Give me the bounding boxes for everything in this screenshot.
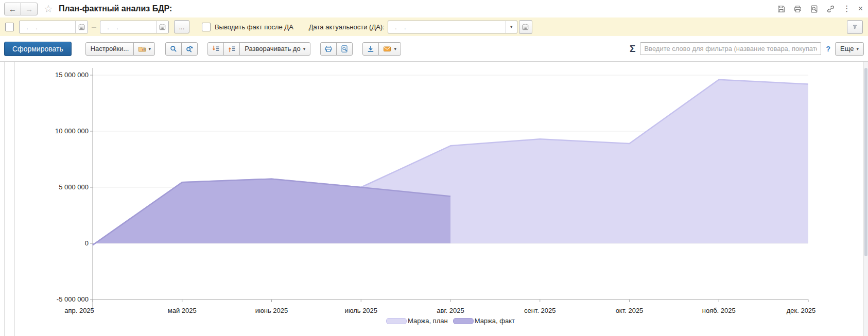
x-axis-label: июнь 2025 [255, 307, 288, 314]
date-from-field [19, 21, 88, 33]
page-title: План-фактный анализ БДР: [59, 4, 172, 13]
x-axis-label: апр. 2025 [64, 307, 94, 314]
close-icon[interactable]: × [858, 5, 863, 13]
help-button[interactable]: ? [826, 45, 830, 53]
cancel-search-button[interactable] [181, 42, 198, 56]
get-link-icon[interactable] [826, 4, 836, 13]
favorite-star-icon[interactable]: ☆ [44, 4, 53, 14]
legend-swatch-fact [453, 318, 474, 324]
scrollbar-thumb[interactable] [864, 68, 867, 256]
filter-bar: – ... Выводить факт после ДА Дата актуал… [0, 17, 868, 36]
vertical-scrollbar[interactable] [863, 62, 868, 336]
window-header: ← → ☆ План-фактный анализ БДР: ⋮ × [0, 0, 868, 17]
back-button[interactable]: ← [4, 3, 21, 15]
x-axis-label: окт. 2025 [616, 307, 644, 314]
print-icon[interactable] [793, 4, 803, 13]
date-to-input[interactable] [100, 21, 156, 33]
x-axis-label: дек. 2025 [787, 307, 816, 314]
x-axis-label: авг. 2025 [437, 307, 464, 314]
period-checkbox[interactable] [5, 23, 14, 31]
report-area: 15 000 00010 000 0005 000 0000-5 000 000… [0, 62, 868, 336]
expand-to-label: Разворачивать до [245, 45, 300, 52]
quick-search-input[interactable] [640, 42, 821, 55]
more-label: Еще [840, 45, 854, 52]
date-to-field [100, 21, 169, 33]
show-fact-after-da-checkbox[interactable] [202, 23, 211, 31]
actual-date-input[interactable] [388, 21, 506, 33]
actual-date-dropdown-button[interactable]: ▾ [506, 21, 517, 33]
y-axis-label: 5 000 000 [0, 183, 89, 191]
show-fact-after-da-label: Выводить факт после ДА [215, 23, 293, 31]
generate-report-button[interactable]: Сформировать [4, 42, 72, 56]
autosum-icon[interactable]: Σ [630, 43, 635, 55]
x-axis-label: сент. 2025 [524, 307, 556, 314]
report-variants-button[interactable]: ▾ [133, 42, 155, 56]
y-axis-label: -5 000 000 [0, 295, 89, 304]
actual-date-calendar-button[interactable] [519, 20, 532, 34]
nav-history-group: ← → [4, 3, 38, 15]
report-toolbar: Сформировать Настройки... ▾ Разворачиват… [0, 36, 868, 62]
choose-period-button[interactable]: ... [174, 20, 189, 33]
print-preview-icon[interactable] [810, 4, 819, 13]
header-actions: ⋮ × [777, 4, 863, 13]
y-axis-label: 10 000 000 [0, 127, 89, 135]
legend-label-plan: Маржа, план [408, 317, 448, 325]
legend-item-fact: Маржа, факт [453, 317, 515, 325]
area-chart [0, 62, 868, 336]
settings-button[interactable]: Настройки... [85, 42, 134, 56]
date-from-input[interactable] [20, 21, 75, 33]
expand-to-button[interactable]: Разворачивать до ▾ [239, 42, 310, 56]
save-icon[interactable] [777, 4, 786, 13]
print-report-button[interactable] [320, 42, 337, 56]
expand-group: Разворачивать до ▾ [207, 42, 310, 56]
chevron-down-icon: ▾ [149, 46, 151, 51]
chart-legend: Маржа, план Маржа, факт [93, 317, 808, 325]
legend-swatch-plan [386, 318, 407, 324]
x-axis-label: нояб. 2025 [702, 307, 736, 314]
actual-date-label: Дата актуальности (ДА): [309, 23, 385, 31]
settings-group: Настройки... ▾ [85, 42, 155, 56]
expand-levels-button[interactable] [207, 42, 224, 56]
chevron-down-icon: ▾ [303, 46, 306, 51]
date-from-calendar-button[interactable] [75, 21, 88, 33]
save-to-file-button[interactable] [362, 42, 379, 56]
date-range-separator: – [92, 22, 96, 31]
forward-button[interactable]: → [21, 3, 38, 15]
print-group [320, 42, 353, 56]
x-axis-label: май 2025 [168, 307, 197, 314]
date-to-calendar-button[interactable] [156, 21, 168, 33]
y-axis-label: 0 [0, 239, 89, 247]
export-group: ▾ [362, 42, 401, 56]
preview-report-button[interactable] [336, 42, 353, 56]
find-button[interactable] [165, 42, 182, 56]
legend-item-plan: Маржа, план [386, 317, 448, 325]
quick-filter-button[interactable] [847, 20, 863, 34]
more-button[interactable]: Еще ▾ [835, 42, 864, 56]
search-group [165, 42, 198, 56]
actual-date-field: ▾ [388, 21, 517, 33]
legend-label-fact: Маржа, факт [475, 317, 515, 325]
toolbar-right: Σ ? Еще ▾ [630, 42, 864, 56]
more-menu-icon[interactable]: ⋮ [843, 5, 851, 13]
collapse-levels-button[interactable] [223, 42, 240, 56]
y-axis-label: 15 000 000 [0, 71, 89, 79]
chevron-down-icon: ▾ [856, 46, 859, 51]
chevron-down-icon: ▾ [394, 46, 396, 51]
send-by-email-button[interactable]: ▾ [378, 42, 401, 56]
x-axis-label: июль 2025 [344, 307, 377, 314]
